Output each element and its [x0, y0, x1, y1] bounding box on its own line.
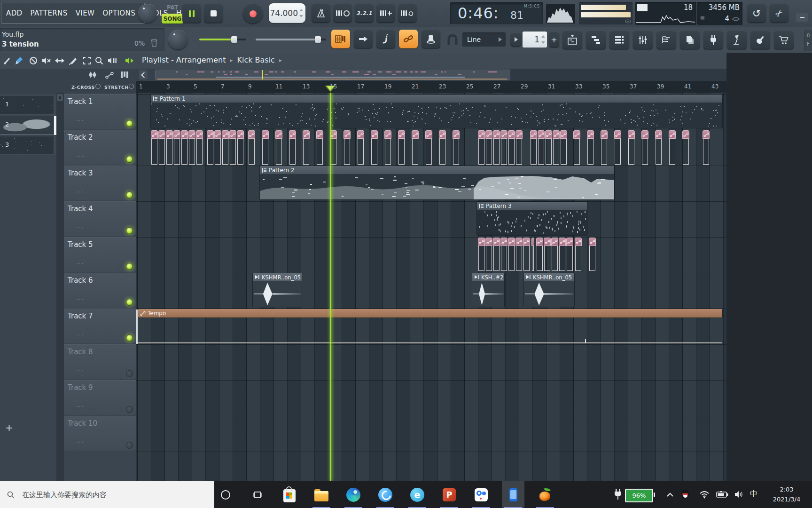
automation-clip[interactable]	[682, 130, 689, 139]
mute-tool[interactable]	[41, 56, 52, 66]
tempo-display[interactable]: 74.000	[269, 3, 305, 23]
link-recording-button[interactable]	[399, 30, 418, 48]
automation-clip[interactable]	[559, 238, 566, 246]
automation-tab-icon[interactable]	[104, 70, 115, 80]
automation-clip[interactable]	[398, 130, 405, 139]
automation-clip[interactable]	[628, 130, 635, 139]
automation-clip[interactable]	[493, 238, 500, 246]
track-mute-led[interactable]	[126, 191, 133, 198]
taskbar-app-cortana[interactable]	[214, 481, 237, 508]
automation-clip[interactable]	[530, 130, 537, 139]
automation-clip[interactable]	[478, 238, 485, 246]
automation-clip[interactable]	[669, 130, 676, 139]
pattern-play-button[interactable]	[510, 32, 522, 47]
automation-clip[interactable]	[515, 238, 523, 246]
track-menu-dots[interactable]: ...	[76, 330, 84, 337]
pattern-picker-item-3[interactable]: 3	[0, 136, 55, 155]
menu-item-view[interactable]: VIEW	[76, 9, 95, 17]
step-edit-button[interactable]	[354, 30, 373, 48]
audio-clip-header[interactable]: KSHMR..on_05	[253, 273, 302, 281]
automation-clip[interactable]	[485, 238, 492, 246]
automation-clip[interactable]	[151, 130, 158, 139]
track-menu-dots[interactable]: ...	[76, 366, 84, 373]
metronome-button[interactable]	[312, 4, 330, 23]
slip-tool[interactable]	[55, 56, 65, 66]
automation-clip[interactable]	[587, 130, 594, 139]
automation-clip[interactable]	[316, 130, 323, 139]
pattern2-clip-header[interactable]: Pattern 2	[260, 166, 614, 174]
automation-clip[interactable]	[207, 130, 214, 139]
song-mode-button[interactable]: SONG	[162, 14, 183, 24]
audio-clip[interactable]: KSH..#2	[472, 273, 504, 307]
automation-clip[interactable]	[508, 238, 515, 246]
automation-clip[interactable]	[384, 130, 391, 139]
zoom-tool[interactable]	[94, 56, 104, 66]
slide-notes-button[interactable]	[376, 30, 395, 48]
automation-clip[interactable]	[614, 130, 621, 139]
channel-rack-window-button[interactable]	[609, 31, 629, 49]
search-input[interactable]	[21, 490, 192, 500]
slice-tool[interactable]	[69, 56, 79, 66]
automation-clip[interactable]	[262, 130, 269, 139]
track-mute-led[interactable]	[126, 227, 133, 234]
track-menu-dots[interactable]: ...	[76, 294, 84, 301]
wifi-icon[interactable]	[699, 490, 710, 499]
automation-clip[interactable]	[655, 130, 662, 139]
automation-clip[interactable]	[248, 130, 255, 139]
track-header-6[interactable]: Track 6...	[64, 273, 136, 308]
audio-clip[interactable]: KSHMR..on_05	[524, 273, 574, 307]
automation-clip[interactable]	[371, 130, 378, 139]
track-mute-led[interactable]	[126, 406, 133, 413]
automation-clip[interactable]	[523, 238, 530, 246]
battery-percentage-badge[interactable]: 96%	[625, 489, 653, 502]
taskbar-app-task-view[interactable]	[246, 481, 269, 508]
pattern3-clip-header[interactable]: Pattern 3	[477, 202, 587, 210]
automation-clip[interactable]	[412, 130, 419, 139]
automation-clip[interactable]	[485, 130, 492, 139]
track-mute-led[interactable]	[126, 442, 133, 449]
track-menu-dots[interactable]: ...	[76, 402, 84, 408]
track-header-1[interactable]: Track 1...	[64, 94, 136, 129]
automation-clip[interactable]	[289, 130, 296, 139]
track-header-2[interactable]: Track 2...	[64, 130, 136, 165]
automation-clip[interactable]	[357, 130, 364, 139]
track-mute-led[interactable]	[126, 156, 133, 163]
audio-clip-header[interactable]: KSH..#2	[472, 273, 504, 281]
track-header-8[interactable]: Track 8...	[64, 344, 136, 379]
automation-clip[interactable]	[425, 130, 432, 139]
track-menu-dots[interactable]: ...	[76, 116, 84, 122]
timeline-ruler[interactable]: 135791113151719212325272931333537394143	[136, 81, 726, 93]
automation-clip[interactable]	[508, 130, 515, 139]
automation-clip[interactable]	[545, 130, 552, 139]
pat-mode-label[interactable]: PAT	[162, 4, 183, 11]
magnet-snap-icon[interactable]	[446, 34, 459, 46]
automation-clip[interactable]	[641, 130, 648, 139]
add-pattern-button[interactable]: +	[549, 32, 559, 48]
pattern-song-grid-button[interactable]	[331, 30, 350, 48]
qq-icon[interactable]	[681, 490, 689, 499]
play-pause-button[interactable]	[182, 4, 201, 23]
taskbar-app-fl-studio[interactable]	[534, 481, 556, 508]
arrangement-name[interactable]: Kick Basic	[237, 56, 274, 64]
automation-clip[interactable]	[214, 130, 221, 139]
pattern1-clip-header[interactable]: Pattern 1	[151, 95, 722, 103]
automation-clip[interactable]	[560, 130, 567, 139]
automation-clip[interactable]	[493, 130, 500, 139]
track-menu-dots[interactable]: ...	[76, 437, 84, 444]
track-mute-led[interactable]	[126, 263, 133, 270]
taskbar-app-store[interactable]	[278, 481, 301, 508]
automation-clip[interactable]	[344, 130, 351, 139]
pattern1-clip[interactable]: Pattern 1	[151, 95, 722, 128]
track-header-10[interactable]: Track 10...	[64, 416, 136, 451]
taskbar-clock[interactable]: 2:03 2021/3/4	[766, 485, 807, 505]
punch-recording-button[interactable]	[422, 30, 440, 48]
pattern3-clip[interactable]: Pattern 3	[477, 202, 587, 235]
minimize-button[interactable]	[796, 13, 808, 22]
track-mute-led[interactable]	[126, 299, 133, 306]
taskbar-app-e-browser[interactable]: e	[406, 481, 429, 508]
automation-clip[interactable]	[515, 130, 523, 139]
menu-item-add[interactable]: ADD	[6, 9, 23, 17]
automation-clip[interactable]	[453, 130, 460, 139]
typing-keyboard-button[interactable]	[333, 4, 352, 23]
touch-controller-button[interactable]	[750, 31, 770, 49]
